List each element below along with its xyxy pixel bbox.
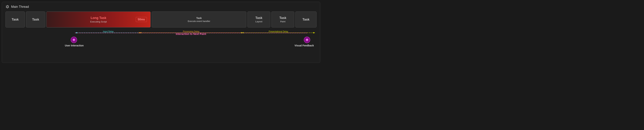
svg-text:Presentational Delay: Presentational Delay xyxy=(269,30,288,33)
user-interaction-dot xyxy=(71,37,77,43)
svg-text:Input Delay: Input Delay xyxy=(103,30,114,33)
visual-feedback-label: Visual Feedback xyxy=(294,44,315,47)
inp-line: Interaction to Next Paint xyxy=(75,33,307,33)
task-execute-label: Task xyxy=(196,17,202,20)
task-box-1[interactable]: Task xyxy=(6,12,25,27)
task-layout-label: Task xyxy=(255,16,262,20)
task-box-2[interactable]: Task xyxy=(26,12,45,27)
timing-section: Input Delay Processing Delay Presentatio… xyxy=(6,31,316,45)
task-paint-sub: Paint xyxy=(280,20,285,23)
long-task-box[interactable]: Long Task Executing Script 50ms xyxy=(46,12,150,27)
tasks-row: Task Task Long Task Executing Script 50m… xyxy=(6,12,316,27)
long-task-sub: Executing Script xyxy=(90,20,107,23)
gear-icon xyxy=(6,5,9,9)
long-task-ms-badge: 50ms xyxy=(136,17,147,22)
task-execute-box[interactable]: Task Execute event handler xyxy=(152,12,246,27)
main-thread-panel: Main Thread Task Task Long Task Executin… xyxy=(2,2,320,63)
timing-arrows-svg: Input Delay Processing Delay Presentatio… xyxy=(6,31,316,38)
visual-feedback-dot-inner xyxy=(306,39,308,41)
user-interaction-label: User Interaction xyxy=(64,44,85,47)
task-execute-sub: Execute event handler xyxy=(188,20,210,23)
task-label-1: Task xyxy=(12,18,19,21)
long-task-title: Long Task xyxy=(91,16,106,20)
task-paint-label: Task xyxy=(279,16,286,20)
task-label-2: Task xyxy=(32,18,39,21)
main-thread-title: Main Thread xyxy=(11,5,29,9)
svg-marker-8 xyxy=(313,32,315,33)
task-last-label: Task xyxy=(302,18,310,21)
inp-label: Interaction to Next Paint xyxy=(176,32,206,35)
task-paint-box[interactable]: Task Paint xyxy=(272,12,294,27)
panel-header: Main Thread xyxy=(6,5,316,9)
task-layout-sub: Layout xyxy=(255,20,262,23)
task-layout-box[interactable]: Task Layout xyxy=(248,12,270,27)
task-last-box[interactable]: Task xyxy=(295,12,316,27)
visual-feedback-dot xyxy=(304,37,310,43)
user-interaction-dot-inner xyxy=(73,39,75,41)
